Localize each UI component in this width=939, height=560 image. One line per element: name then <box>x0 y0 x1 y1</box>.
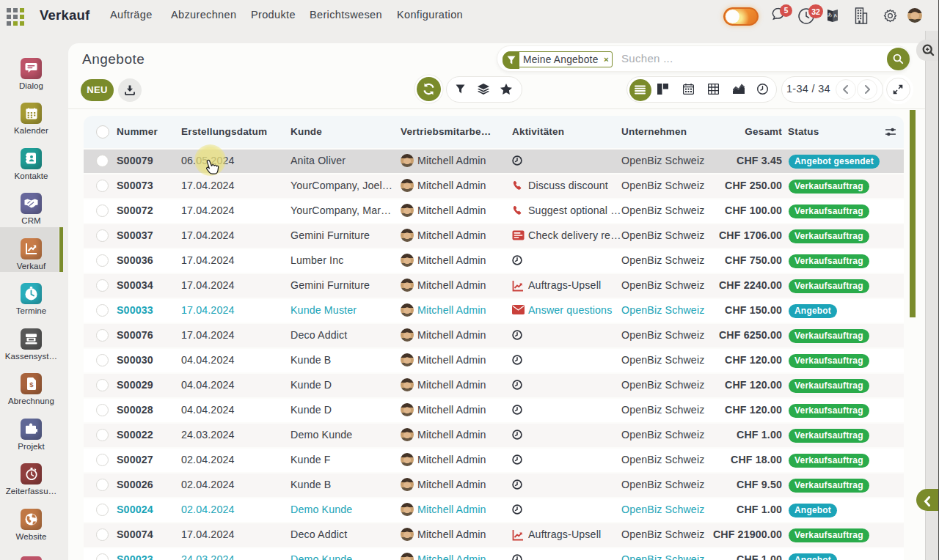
svg-text:$: $ <box>29 380 34 388</box>
